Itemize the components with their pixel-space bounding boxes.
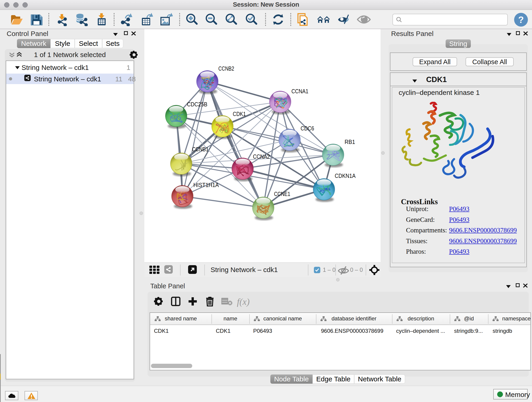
svg-text:CDC25B: CDC25B [187,101,207,108]
svg-text:CCNB2: CCNB2 [218,65,234,72]
svg-text:RB1: RB1 [345,138,355,145]
svg-text:CCNE1: CCNE1 [274,191,290,197]
svg-text:CCNA2: CCNA2 [253,153,270,160]
svg-text:CCNB1: CCNB1 [192,146,209,153]
svg-text:CDKN1A: CDKN1A [335,172,356,179]
svg-text:CDC6: CDC6 [301,125,314,132]
svg-text:CCNA1: CCNA1 [291,88,308,95]
svg-text:HIST1H1A: HIST1H1A [193,182,219,188]
svg-text:CDK1: CDK1 [233,110,246,117]
